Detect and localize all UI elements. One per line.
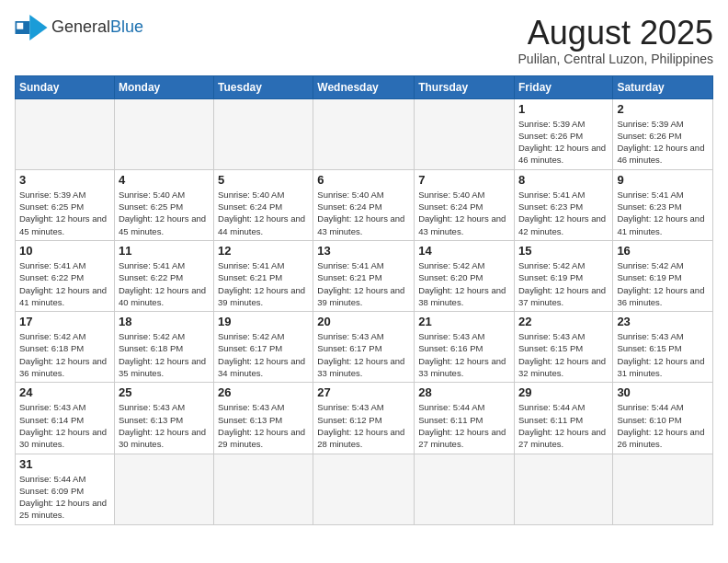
calendar-cell: 6Sunrise: 5:40 AM Sunset: 6:24 PM Daylig… bbox=[313, 169, 415, 240]
calendar-cell: 26Sunrise: 5:43 AM Sunset: 6:13 PM Dayli… bbox=[214, 383, 313, 454]
calendar-cell: 1Sunrise: 5:39 AM Sunset: 6:26 PM Daylig… bbox=[514, 98, 612, 169]
day-number: 3 bbox=[19, 173, 110, 187]
day-number: 21 bbox=[418, 315, 510, 328]
day-number: 7 bbox=[418, 173, 510, 187]
day-info: Sunrise: 5:42 AM Sunset: 6:18 PM Dayligh… bbox=[119, 330, 210, 379]
day-number: 15 bbox=[518, 244, 609, 258]
calendar-cell: 20Sunrise: 5:43 AM Sunset: 6:17 PM Dayli… bbox=[313, 312, 415, 383]
day-number: 2 bbox=[617, 102, 709, 116]
day-number: 12 bbox=[218, 244, 309, 258]
calendar-cell: 12Sunrise: 5:41 AM Sunset: 6:21 PM Dayli… bbox=[214, 240, 313, 311]
day-info: Sunrise: 5:44 AM Sunset: 6:10 PM Dayligh… bbox=[617, 401, 709, 450]
weekday-header-friday: Friday bbox=[514, 75, 612, 98]
calendar-cell: 13Sunrise: 5:41 AM Sunset: 6:21 PM Dayli… bbox=[313, 240, 415, 311]
calendar-cell: 11Sunrise: 5:41 AM Sunset: 6:22 PM Dayli… bbox=[114, 240, 213, 311]
calendar-cell: 25Sunrise: 5:43 AM Sunset: 6:13 PM Dayli… bbox=[114, 383, 213, 454]
day-number: 25 bbox=[119, 385, 210, 399]
day-info: Sunrise: 5:41 AM Sunset: 6:23 PM Dayligh… bbox=[617, 189, 709, 237]
calendar-cell: 22Sunrise: 5:43 AM Sunset: 6:15 PM Dayli… bbox=[514, 312, 612, 383]
calendar-cell bbox=[313, 98, 415, 169]
day-info: Sunrise: 5:44 AM Sunset: 6:11 PM Dayligh… bbox=[418, 401, 510, 450]
day-info: Sunrise: 5:40 AM Sunset: 6:24 PM Dayligh… bbox=[317, 189, 410, 237]
calendar-cell: 16Sunrise: 5:42 AM Sunset: 6:19 PM Dayli… bbox=[613, 240, 713, 311]
day-number: 24 bbox=[19, 385, 110, 399]
calendar-cell bbox=[613, 454, 713, 524]
calendar-cell: 9Sunrise: 5:41 AM Sunset: 6:23 PM Daylig… bbox=[613, 169, 713, 240]
location-text: Pulilan, Central Luzon, Philippines bbox=[518, 52, 713, 66]
svg-rect-2 bbox=[17, 23, 23, 29]
calendar-cell bbox=[415, 454, 515, 524]
day-info: Sunrise: 5:43 AM Sunset: 6:12 PM Dayligh… bbox=[317, 401, 410, 450]
day-number: 26 bbox=[218, 385, 309, 399]
calendar-cell: 14Sunrise: 5:42 AM Sunset: 6:20 PM Dayli… bbox=[415, 240, 515, 311]
svg-marker-1 bbox=[29, 15, 47, 40]
weekday-header-tuesday: Tuesday bbox=[214, 75, 313, 98]
day-number: 5 bbox=[218, 173, 309, 187]
day-info: Sunrise: 5:43 AM Sunset: 6:13 PM Dayligh… bbox=[218, 401, 309, 450]
calendar-cell: 30Sunrise: 5:44 AM Sunset: 6:10 PM Dayli… bbox=[613, 383, 713, 454]
calendar-cell bbox=[114, 98, 213, 169]
day-number: 14 bbox=[418, 244, 510, 258]
title-area: August 2025 Pulilan, Central Luzon, Phil… bbox=[518, 15, 713, 66]
day-info: Sunrise: 5:42 AM Sunset: 6:20 PM Dayligh… bbox=[418, 259, 510, 308]
day-info: Sunrise: 5:41 AM Sunset: 6:23 PM Dayligh… bbox=[518, 189, 609, 237]
day-info: Sunrise: 5:44 AM Sunset: 6:09 PM Dayligh… bbox=[19, 473, 110, 522]
calendar-cell: 15Sunrise: 5:42 AM Sunset: 6:19 PM Dayli… bbox=[514, 240, 612, 311]
day-number: 17 bbox=[19, 315, 110, 328]
week-row-1: 1Sunrise: 5:39 AM Sunset: 6:26 PM Daylig… bbox=[16, 98, 713, 169]
day-info: Sunrise: 5:41 AM Sunset: 6:22 PM Dayligh… bbox=[19, 259, 110, 308]
day-number: 31 bbox=[19, 457, 110, 471]
week-row-5: 24Sunrise: 5:43 AM Sunset: 6:14 PM Dayli… bbox=[16, 383, 713, 454]
calendar-cell: 10Sunrise: 5:41 AM Sunset: 6:22 PM Dayli… bbox=[16, 240, 115, 311]
day-number: 6 bbox=[317, 173, 410, 187]
calendar-cell: 7Sunrise: 5:40 AM Sunset: 6:24 PM Daylig… bbox=[415, 169, 515, 240]
day-number: 23 bbox=[617, 315, 709, 328]
day-info: Sunrise: 5:43 AM Sunset: 6:15 PM Dayligh… bbox=[518, 330, 609, 379]
week-row-3: 10Sunrise: 5:41 AM Sunset: 6:22 PM Dayli… bbox=[16, 240, 713, 311]
day-number: 10 bbox=[19, 244, 110, 258]
day-number: 11 bbox=[119, 244, 210, 258]
day-info: Sunrise: 5:43 AM Sunset: 6:16 PM Dayligh… bbox=[418, 330, 510, 379]
weekday-header-saturday: Saturday bbox=[613, 75, 713, 98]
day-info: Sunrise: 5:42 AM Sunset: 6:18 PM Dayligh… bbox=[19, 330, 110, 379]
weekday-header-monday: Monday bbox=[114, 75, 213, 98]
day-number: 16 bbox=[617, 244, 709, 258]
day-number: 27 bbox=[317, 385, 410, 399]
day-number: 22 bbox=[518, 315, 609, 328]
day-info: Sunrise: 5:43 AM Sunset: 6:17 PM Dayligh… bbox=[317, 330, 410, 379]
month-year-title: August 2025 bbox=[518, 15, 713, 52]
day-number: 20 bbox=[317, 315, 410, 328]
day-info: Sunrise: 5:43 AM Sunset: 6:15 PM Dayligh… bbox=[617, 330, 709, 379]
day-info: Sunrise: 5:39 AM Sunset: 6:25 PM Dayligh… bbox=[19, 189, 110, 237]
week-row-6: 31Sunrise: 5:44 AM Sunset: 6:09 PM Dayli… bbox=[16, 454, 713, 524]
calendar-cell: 8Sunrise: 5:41 AM Sunset: 6:23 PM Daylig… bbox=[514, 169, 612, 240]
week-row-4: 17Sunrise: 5:42 AM Sunset: 6:18 PM Dayli… bbox=[16, 312, 713, 383]
week-row-2: 3Sunrise: 5:39 AM Sunset: 6:25 PM Daylig… bbox=[16, 169, 713, 240]
weekday-header-sunday: Sunday bbox=[16, 75, 115, 98]
calendar-cell bbox=[114, 454, 213, 524]
calendar-cell: 17Sunrise: 5:42 AM Sunset: 6:18 PM Dayli… bbox=[16, 312, 115, 383]
day-info: Sunrise: 5:40 AM Sunset: 6:25 PM Dayligh… bbox=[119, 189, 210, 237]
calendar-cell: 3Sunrise: 5:39 AM Sunset: 6:25 PM Daylig… bbox=[16, 169, 115, 240]
day-info: Sunrise: 5:42 AM Sunset: 6:17 PM Dayligh… bbox=[218, 330, 309, 379]
calendar: SundayMondayTuesdayWednesdayThursdayFrid… bbox=[15, 75, 713, 525]
calendar-cell: 21Sunrise: 5:43 AM Sunset: 6:16 PM Dayli… bbox=[415, 312, 515, 383]
day-info: Sunrise: 5:40 AM Sunset: 6:24 PM Dayligh… bbox=[218, 189, 309, 237]
calendar-cell bbox=[214, 98, 313, 169]
day-info: Sunrise: 5:43 AM Sunset: 6:13 PM Dayligh… bbox=[119, 401, 210, 450]
header: GeneralBlue August 2025 Pulilan, Central… bbox=[15, 15, 713, 66]
calendar-cell: 19Sunrise: 5:42 AM Sunset: 6:17 PM Dayli… bbox=[214, 312, 313, 383]
calendar-cell: 23Sunrise: 5:43 AM Sunset: 6:15 PM Dayli… bbox=[613, 312, 713, 383]
day-info: Sunrise: 5:42 AM Sunset: 6:19 PM Dayligh… bbox=[518, 259, 609, 308]
day-info: Sunrise: 5:43 AM Sunset: 6:14 PM Dayligh… bbox=[19, 401, 110, 450]
weekday-header-row: SundayMondayTuesdayWednesdayThursdayFrid… bbox=[16, 75, 713, 98]
calendar-cell: 29Sunrise: 5:44 AM Sunset: 6:11 PM Dayli… bbox=[514, 383, 612, 454]
day-info: Sunrise: 5:40 AM Sunset: 6:24 PM Dayligh… bbox=[418, 189, 510, 237]
calendar-cell bbox=[415, 98, 515, 169]
logo-icon bbox=[15, 15, 48, 40]
day-number: 9 bbox=[617, 173, 709, 187]
calendar-cell: 4Sunrise: 5:40 AM Sunset: 6:25 PM Daylig… bbox=[114, 169, 213, 240]
calendar-cell bbox=[313, 454, 415, 524]
calendar-cell bbox=[214, 454, 313, 524]
calendar-cell: 31Sunrise: 5:44 AM Sunset: 6:09 PM Dayli… bbox=[16, 454, 115, 524]
